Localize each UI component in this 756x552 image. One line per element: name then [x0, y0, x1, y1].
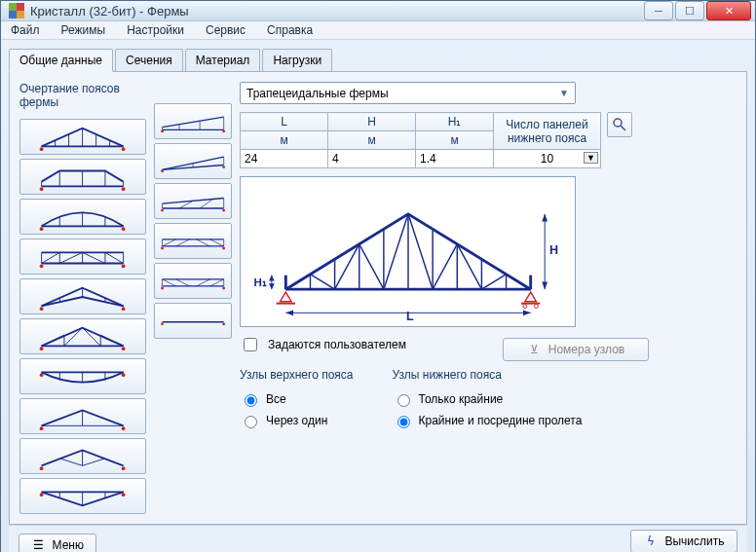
panels-value[interactable]: 10: [541, 152, 553, 166]
truss-shape-14[interactable]: [154, 223, 232, 259]
svg-point-96: [222, 208, 225, 211]
menu-file[interactable]: Файл: [7, 21, 44, 39]
svg-point-115: [161, 286, 164, 289]
chevron-down-icon[interactable]: ▼: [584, 152, 598, 164]
node-icon: ⊻: [527, 342, 543, 357]
truss-shape-3[interactable]: [19, 199, 146, 235]
user-defined-checkbox[interactable]: [244, 338, 257, 351]
truss-shape-8[interactable]: [19, 398, 146, 434]
svg-line-50: [101, 335, 124, 346]
svg-line-104: [210, 239, 224, 245]
truss-shape-10[interactable]: [19, 478, 146, 514]
truss-diagram: L H H₁: [240, 176, 576, 327]
bottom-edge-mid-row[interactable]: Крайние и посредине пролета: [393, 413, 583, 428]
svg-line-34: [60, 252, 83, 263]
input-H1[interactable]: [420, 152, 489, 166]
col-L: L: [241, 113, 328, 131]
svg-marker-144: [280, 292, 291, 302]
col-panels: Число панелей нижнего пояса: [494, 113, 601, 150]
svg-point-87: [161, 169, 164, 172]
svg-line-103: [197, 239, 210, 245]
outline-label: Очертание поясов фермы: [19, 82, 146, 109]
svg-point-105: [161, 246, 164, 249]
svg-line-134: [285, 275, 310, 289]
tab-sections[interactable]: Сечения: [115, 49, 183, 72]
minimize-button[interactable]: ─: [644, 1, 673, 20]
maximize-button[interactable]: ☐: [675, 1, 704, 20]
svg-point-120: [614, 119, 622, 127]
window-title: Кристалл (32-бит) - Фермы: [30, 4, 644, 18]
close-button[interactable]: ✕: [706, 1, 751, 20]
svg-point-74: [122, 493, 126, 497]
svg-point-67: [40, 466, 44, 470]
svg-text:H: H: [549, 243, 558, 257]
truss-shape-2[interactable]: [19, 159, 146, 195]
svg-point-118: [161, 322, 164, 325]
truss-shape-9[interactable]: [19, 438, 146, 474]
menu-settings[interactable]: Настройки: [123, 21, 188, 39]
list-icon: ☰: [31, 537, 47, 552]
svg-point-63: [122, 426, 126, 430]
svg-rect-1: [17, 3, 24, 11]
svg-text:L: L: [406, 310, 414, 322]
svg-point-148: [522, 305, 526, 309]
top-all-row[interactable]: Все: [240, 391, 354, 407]
tab-material[interactable]: Материал: [185, 49, 261, 72]
lightning-icon: ϟ: [643, 534, 659, 549]
user-defined-check-row[interactable]: Задаются пользователем: [240, 335, 406, 354]
top-every-other-row[interactable]: Через один: [240, 413, 354, 428]
svg-rect-0: [9, 3, 17, 11]
truss-shape-11[interactable]: [154, 103, 232, 139]
svg-line-75: [162, 117, 223, 128]
svg-line-143: [506, 275, 530, 289]
svg-point-52: [122, 347, 126, 350]
truss-shape-6[interactable]: [19, 318, 146, 354]
svg-point-19: [122, 187, 126, 191]
svg-line-64: [60, 458, 83, 464]
truss-shape-13[interactable]: [154, 183, 232, 219]
tab-loads[interactable]: Нагрузки: [262, 49, 332, 72]
truss-type-combo[interactable]: Трапецеидальные фермы ▼: [240, 82, 576, 104]
svg-line-102: [175, 239, 189, 245]
menu-button[interactable]: ☰ Меню: [19, 534, 96, 552]
menu-help[interactable]: Справка: [263, 21, 317, 39]
svg-point-62: [40, 426, 44, 430]
svg-point-81: [161, 129, 164, 132]
svg-line-140: [433, 244, 457, 289]
magnify-button[interactable]: [607, 112, 632, 137]
calculate-button[interactable]: ϟ Вычислить: [630, 530, 737, 553]
truss-shape-7[interactable]: [19, 358, 146, 394]
svg-marker-160: [268, 283, 274, 289]
col-H: H: [328, 113, 416, 131]
radio-top-all[interactable]: [245, 394, 257, 407]
radio-top-every-other[interactable]: [245, 416, 257, 428]
unit-H: м: [328, 131, 416, 150]
svg-text:H₁: H₁: [253, 276, 266, 288]
tab-general[interactable]: Общие данные: [9, 49, 113, 72]
menu-service[interactable]: Сервис: [202, 21, 249, 39]
truss-shape-5[interactable]: [19, 278, 146, 314]
input-L[interactable]: [245, 152, 323, 166]
truss-shape-12[interactable]: [154, 143, 232, 179]
svg-point-18: [40, 187, 44, 191]
bottom-edge-row[interactable]: Только крайние: [393, 391, 583, 407]
svg-point-10: [40, 147, 44, 151]
truss-shape-15[interactable]: [154, 263, 232, 299]
truss-shape-1[interactable]: [19, 119, 146, 155]
svg-line-135: [310, 275, 334, 289]
radio-bottom-edge[interactable]: [397, 394, 410, 407]
svg-point-57: [40, 373, 44, 377]
svg-line-101: [162, 239, 175, 245]
top-chord-group: Узлы верхнего пояса Все Через один: [240, 368, 354, 428]
svg-line-45: [42, 335, 64, 346]
titlebar: Кристалл (32-бит) - Фермы ─ ☐ ✕: [1, 1, 755, 21]
node-numbers-button[interactable]: ⊻ Номера узлов: [503, 338, 649, 361]
truss-shape-4[interactable]: [19, 239, 146, 275]
svg-point-119: [222, 322, 225, 325]
app-icon: [9, 3, 24, 18]
radio-bottom-edge-mid[interactable]: [397, 416, 410, 428]
menu-modes[interactable]: Режимы: [57, 21, 110, 39]
svg-point-88: [222, 166, 225, 168]
truss-shape-16[interactable]: [154, 303, 232, 339]
input-H[interactable]: [332, 152, 411, 166]
